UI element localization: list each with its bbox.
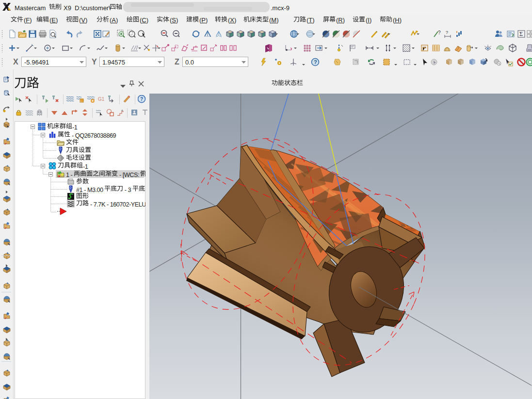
- svg-text:?: ?: [446, 30, 448, 35]
- svg-text:G1: G1: [98, 96, 105, 102]
- svg-text:?: ?: [438, 30, 441, 35]
- svg-text:?: ?: [314, 59, 317, 65]
- svg-text:?: ?: [140, 96, 143, 102]
- svg-text:Σ: Σ: [519, 31, 523, 37]
